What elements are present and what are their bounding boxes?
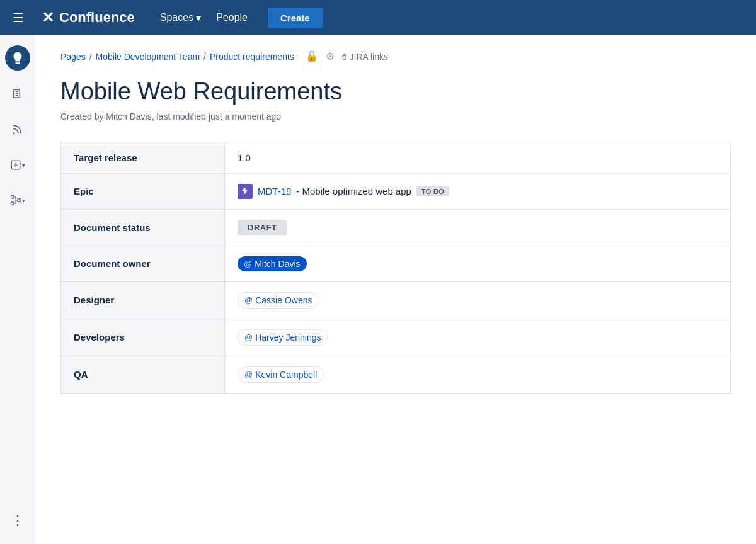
breadcrumb: Pages / Mobile Development Team / Produc… xyxy=(60,50,731,62)
epic-icon xyxy=(238,184,253,199)
logo-text: Confluence xyxy=(59,9,135,26)
value-doc-owner: @ Mitch Davis xyxy=(225,246,731,281)
value-developers: @ Harvey Jennings xyxy=(225,319,731,356)
pages-sidebar-icon[interactable] xyxy=(6,83,29,106)
page-layout: ▾ ▾ ⋮ Pages / Mobile Development Team / … xyxy=(0,35,756,544)
breadcrumb-team[interactable]: Mobile Development Team xyxy=(96,52,200,62)
export-chevron: ▾ xyxy=(22,162,25,169)
sidebar-more-dots[interactable]: ⋮ xyxy=(11,513,25,529)
svg-rect-7 xyxy=(11,202,14,205)
label-target-release: Target release xyxy=(61,142,225,173)
breadcrumb-sep1: / xyxy=(89,52,92,62)
svg-point-4 xyxy=(13,132,14,134)
mention-chip-owner[interactable]: @ Mitch Davis xyxy=(238,256,307,271)
hamburger-menu[interactable]: ☰ xyxy=(10,8,26,28)
label-doc-owner: Document owner xyxy=(61,246,225,281)
epic-cell: MDT-18 - Mobile optimized web app TO DO xyxy=(238,184,718,199)
jira-icon[interactable]: ⚙ xyxy=(326,50,335,62)
breadcrumb-requirements[interactable]: Product requirements xyxy=(210,52,294,62)
label-developers: Developers xyxy=(61,319,225,356)
jira-links-count[interactable]: 6 JIRA links xyxy=(342,52,388,62)
value-qa: @ Kevin Campbell xyxy=(225,356,731,393)
main-content: Pages / Mobile Development Team / Produc… xyxy=(35,35,756,544)
people-nav[interactable]: People xyxy=(216,12,248,23)
user-avatar[interactable] xyxy=(5,45,30,71)
breadcrumb-pages[interactable]: Pages xyxy=(60,52,86,62)
svg-rect-2 xyxy=(15,93,18,94)
label-epic: Epic xyxy=(61,173,225,209)
svg-rect-6 xyxy=(11,196,14,199)
at-icon-qa: @ xyxy=(244,370,253,379)
table-row-epic: Epic MDT-18 - Mobile optimized web app T… xyxy=(61,173,731,209)
table-row-developers: Developers @ Harvey Jennings xyxy=(61,319,731,356)
tree-sidebar-icon[interactable]: ▾ xyxy=(6,189,29,212)
todo-badge: TO DO xyxy=(416,186,449,196)
table-row-doc-status: Document status DRAFT xyxy=(61,209,731,246)
table-row-designer: Designer @ Cassie Owens xyxy=(61,281,731,319)
breadcrumb-actions: 🔓 ⚙ 6 JIRA links xyxy=(306,50,388,62)
feed-sidebar-icon[interactable] xyxy=(6,118,29,141)
svg-rect-3 xyxy=(15,95,18,96)
table-row-doc-owner: Document owner @ Mitch Davis xyxy=(61,246,731,281)
value-designer: @ Cassie Owens xyxy=(225,281,731,319)
svg-rect-1 xyxy=(15,91,18,92)
at-icon-owner: @ xyxy=(244,259,252,268)
top-navigation: ☰ ✕ Confluence Spaces ▾ People Create xyxy=(0,0,756,35)
table-row-qa: QA @ Kevin Campbell xyxy=(61,356,731,393)
table-row-target-release: Target release 1.0 xyxy=(61,142,731,173)
sidebar: ▾ ▾ ⋮ xyxy=(0,35,35,544)
spaces-menu[interactable]: Spaces ▾ xyxy=(160,12,201,24)
svg-rect-8 xyxy=(18,199,21,202)
logo-icon: ✕ xyxy=(42,9,54,26)
page-meta: Created by Mitch Davis, last modified ju… xyxy=(60,111,731,122)
create-button[interactable]: Create xyxy=(268,8,323,28)
mention-chip-developers[interactable]: @ Harvey Jennings xyxy=(238,329,328,346)
label-qa: QA xyxy=(61,356,225,393)
mention-designer-name: Cassie Owens xyxy=(255,295,312,305)
at-icon-developers: @ xyxy=(244,332,253,342)
tree-chevron: ▾ xyxy=(22,197,25,204)
mention-qa-name: Kevin Campbell xyxy=(255,370,317,380)
breadcrumb-sep2: / xyxy=(203,52,206,62)
value-target-release: 1.0 xyxy=(225,142,731,173)
info-table: Target release 1.0 Epic MDT-18 - xyxy=(60,142,731,394)
export-sidebar-icon[interactable]: ▾ xyxy=(6,154,29,176)
mention-chip-designer[interactable]: @ Cassie Owens xyxy=(238,292,319,309)
epic-link[interactable]: MDT-18 xyxy=(258,186,291,196)
epic-description: - Mobile optimized web app xyxy=(296,186,411,196)
mention-chip-qa[interactable]: @ Kevin Campbell xyxy=(238,366,324,383)
at-icon-designer: @ xyxy=(244,295,253,305)
value-doc-status: DRAFT xyxy=(225,209,731,246)
confluence-logo[interactable]: ✕ Confluence xyxy=(42,9,135,26)
label-designer: Designer xyxy=(61,281,225,319)
mention-developers-name: Harvey Jennings xyxy=(255,332,321,343)
page-title: Mobile Web Requirements xyxy=(60,77,731,106)
mention-owner-name: Mitch Davis xyxy=(255,259,300,269)
label-doc-status: Document status xyxy=(61,209,225,246)
draft-badge[interactable]: DRAFT xyxy=(238,220,287,235)
lock-icon[interactable]: 🔓 xyxy=(306,50,318,62)
value-epic: MDT-18 - Mobile optimized web app TO DO xyxy=(225,173,731,209)
